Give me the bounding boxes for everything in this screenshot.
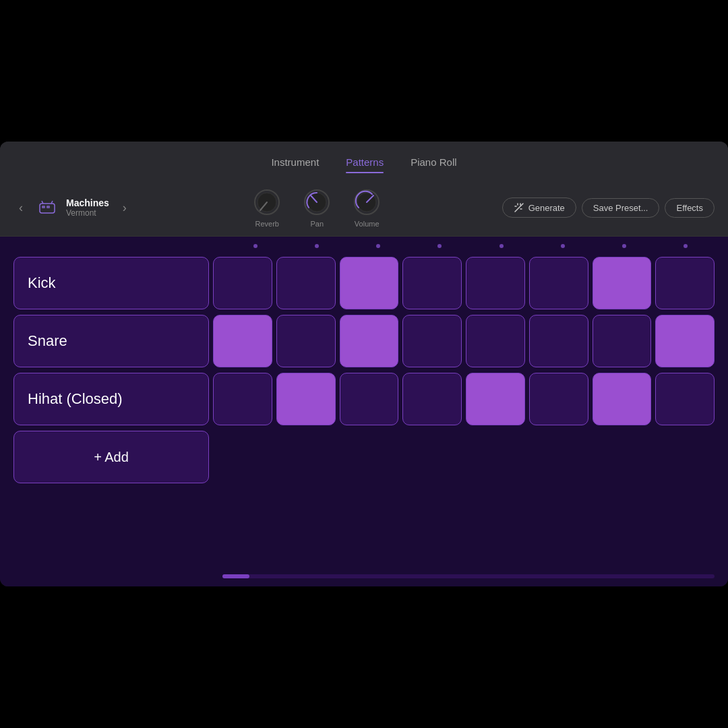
step-dot-6 <box>534 243 591 249</box>
instrument-preset: Vermont <box>66 208 109 218</box>
volume-knob-container: Volume <box>352 187 382 228</box>
tab-bar: Instrument Patterns Piano Roll <box>0 142 728 182</box>
reverb-label: Reverb <box>255 220 278 228</box>
snare-pads <box>213 315 715 367</box>
hihat-pad-4[interactable] <box>402 373 462 425</box>
nav-tabs: Instrument Patterns Piano Roll <box>271 154 456 171</box>
volume-knob[interactable] <box>352 187 382 217</box>
grid-area: Kick Snare <box>0 253 728 569</box>
back-arrow[interactable]: ‹ <box>13 198 28 218</box>
add-track-button[interactable]: + Add <box>13 431 209 483</box>
right-controls: Generate Save Preset... Effects <box>502 198 715 218</box>
snare-label-text: Snare <box>28 332 67 350</box>
snare-pad-7[interactable] <box>593 315 652 367</box>
tab-piano-roll[interactable]: Piano Roll <box>411 154 456 171</box>
step-dot-2 <box>288 243 345 249</box>
scroll-track[interactable] <box>222 574 715 578</box>
svg-rect-1 <box>42 206 45 208</box>
hihat-pads <box>213 373 715 425</box>
save-preset-button[interactable]: Save Preset... <box>582 198 660 218</box>
kick-track-label[interactable]: Kick <box>13 257 209 309</box>
snare-pad-6[interactable] <box>529 315 588 367</box>
spacer <box>13 243 222 249</box>
snare-row: Snare <box>13 315 715 367</box>
tab-patterns[interactable]: Patterns <box>346 154 384 171</box>
left-controls: ‹ Machines Vermont › <box>13 197 132 218</box>
hihat-pad-8[interactable] <box>655 373 715 425</box>
instrument-icon <box>36 197 58 218</box>
step-indicators <box>0 237 728 253</box>
generate-button[interactable]: Generate <box>502 198 576 218</box>
scroll-area <box>0 569 728 586</box>
hihat-label-text: Hihat (Closed) <box>28 390 123 408</box>
snare-pad-2[interactable] <box>276 315 336 367</box>
hihat-pad-3[interactable] <box>340 373 399 425</box>
kick-pads <box>213 257 715 309</box>
reverb-knob[interactable] <box>252 187 282 217</box>
generate-icon <box>514 202 524 213</box>
snare-pad-1[interactable] <box>213 315 272 367</box>
step-dot-5 <box>473 243 530 249</box>
forward-arrow[interactable]: › <box>117 198 132 218</box>
volume-label: Volume <box>355 220 380 228</box>
snare-track-label[interactable]: Snare <box>13 315 209 367</box>
kick-pad-4[interactable] <box>402 257 462 309</box>
kick-pad-3[interactable] <box>340 257 399 309</box>
step-dot-1 <box>226 243 284 249</box>
snare-pad-5[interactable] <box>466 315 525 367</box>
instrument-info: Machines Vermont <box>66 198 109 218</box>
hihat-pad-1[interactable] <box>213 373 272 425</box>
hihat-track-label[interactable]: Hihat (Closed) <box>13 373 209 425</box>
snare-pad-8[interactable] <box>655 315 715 367</box>
instrument-name: Machines <box>66 198 109 208</box>
app-window: Instrument Patterns Piano Roll ‹ <box>0 142 728 586</box>
step-dot-4 <box>411 243 468 249</box>
hihat-pad-5[interactable] <box>466 373 525 425</box>
step-dot-7 <box>596 243 653 249</box>
step-dot-3 <box>350 243 407 249</box>
controls-row: ‹ Machines Vermont › <box>0 182 728 237</box>
add-row: + Add <box>13 431 715 483</box>
kick-pad-7[interactable] <box>593 257 652 309</box>
kick-pad-5[interactable] <box>466 257 525 309</box>
add-label-text: + Add <box>94 450 129 465</box>
step-dot-8 <box>657 243 715 249</box>
kick-pad-2[interactable] <box>276 257 336 309</box>
hihat-pad-6[interactable] <box>529 373 588 425</box>
reverb-knob-container: Reverb <box>252 187 282 228</box>
kick-pad-1[interactable] <box>213 257 272 309</box>
center-controls: Reverb Pan <box>252 187 382 228</box>
main-area: Kick Snare <box>0 237 728 586</box>
svg-rect-2 <box>47 206 50 208</box>
pan-label: Pan <box>310 220 324 228</box>
kick-label-text: Kick <box>28 274 56 292</box>
kick-row: Kick <box>13 257 715 309</box>
hihat-pad-7[interactable] <box>593 373 652 425</box>
pan-knob[interactable] <box>302 187 332 217</box>
pan-knob-container: Pan <box>302 187 332 228</box>
hihat-row: Hihat (Closed) <box>13 373 715 425</box>
kick-pad-6[interactable] <box>529 257 588 309</box>
effects-button[interactable]: Effects <box>665 198 715 218</box>
hihat-pad-2[interactable] <box>276 373 336 425</box>
kick-pad-8[interactable] <box>655 257 715 309</box>
snare-pad-3[interactable] <box>340 315 399 367</box>
snare-pad-4[interactable] <box>402 315 462 367</box>
step-dots <box>226 243 715 249</box>
tab-instrument[interactable]: Instrument <box>271 154 319 171</box>
scroll-thumb[interactable] <box>222 574 249 578</box>
